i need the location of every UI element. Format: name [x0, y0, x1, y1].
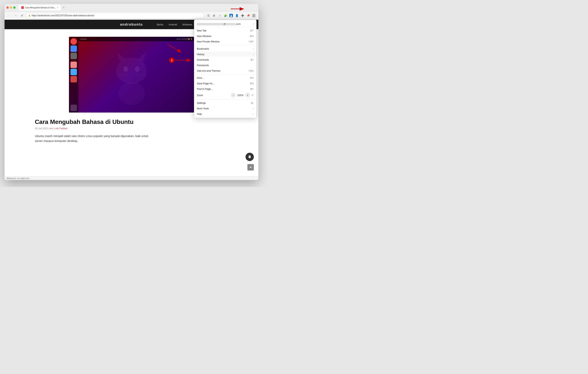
cat-silhouette — [103, 44, 160, 105]
menu-item-more-tools[interactable]: More Tools › — [194, 106, 256, 111]
pin-icon[interactable]: 📌 — [245, 13, 251, 18]
svg-point-1 — [231, 15, 232, 16]
trash-icon — [71, 53, 77, 59]
url-text: https://androbuntu.com/2021/07/20/cara-u… — [32, 14, 202, 17]
menu-separator-3 — [194, 99, 256, 99]
article-image: Activities Jul 16 19:23 ⚙ 📶 🔋 — [69, 37, 194, 113]
nav-android[interactable]: Android — [166, 20, 180, 29]
menu-item-new-tab[interactable]: New Tab ⌘T — [194, 28, 256, 33]
svg-point-9 — [124, 66, 128, 72]
app-icon-2 — [71, 69, 77, 75]
zoom-plus-button[interactable]: + — [245, 93, 250, 97]
menu-button[interactable] — [251, 13, 256, 18]
menu-item-history[interactable]: History › — [194, 52, 256, 57]
ubuntu-sidebar — [69, 37, 78, 113]
maximize-button[interactable] — [13, 6, 16, 9]
article-body: Ubuntu masih menjadi salah satu Distro L… — [35, 134, 228, 143]
zoom-controls: − 100% + ⤢ — [231, 93, 254, 97]
menu-item-passwords[interactable]: Passwords — [194, 63, 256, 68]
article-body-italic: server — [35, 139, 43, 142]
menu-item-settings[interactable]: Settings ⌘, — [194, 100, 256, 106]
zoom-value: 100% — [237, 94, 244, 97]
article-body-text: maupun komputer desktop. — [43, 139, 78, 142]
image-annotation — [166, 43, 188, 58]
extensions-icon[interactable]: 🧩 — [223, 13, 228, 18]
article-title: Cara Mengubah Bahasa di Ubuntu — [35, 118, 228, 125]
lock-icon: 🔒 — [28, 14, 31, 16]
menu-item-bookmarks[interactable]: Bookmarks › — [194, 46, 256, 52]
menu-item-print[interactable]: Print… ⌘P — [194, 75, 256, 81]
site-logo-text: androbuntu — [120, 22, 143, 26]
close-button[interactable] — [6, 6, 9, 9]
account-chevron-icon: › — [253, 23, 254, 25]
browser-window: Cara Mengubah Bahasa di Ubu... × + ← → ↺… — [5, 4, 258, 180]
svg-marker-8 — [137, 52, 147, 61]
bookmarks-chevron-icon: › — [253, 48, 254, 50]
address-bar[interactable]: 🔒 https://androbuntu.com/2021/07/20/cara… — [26, 13, 205, 18]
svg-marker-7 — [116, 52, 126, 61]
svg-line-16 — [168, 44, 181, 52]
article-author[interactable]: Loki Fadilah — [54, 127, 67, 130]
firefox-account-icon[interactable] — [229, 13, 234, 18]
traffic-lights — [6, 6, 16, 9]
menu-item-help[interactable]: Help › — [194, 111, 256, 117]
notification-bell[interactable] — [245, 153, 254, 161]
menu-account-text: @.com — [197, 22, 241, 25]
zoom-minus-button[interactable]: − — [231, 93, 235, 97]
svg-point-6 — [116, 58, 147, 84]
grid-app-icon — [71, 105, 77, 111]
menu-item-new-window[interactable]: New Window ⌘N — [194, 33, 256, 39]
star-icon[interactable]: ☆ — [217, 13, 222, 18]
nav-bar: ← → ↺ 🔒 https://androbuntu.com/2021/07/2… — [5, 11, 258, 20]
user-icon[interactable]: 👤 — [234, 13, 240, 18]
tab-favicon — [21, 6, 24, 9]
scroll-top-button[interactable] — [247, 164, 254, 171]
reader-view-icon[interactable]: ☰ — [206, 13, 211, 18]
svg-rect-3 — [252, 14, 255, 15]
minimize-button[interactable] — [10, 6, 12, 9]
files-app-icon — [71, 45, 77, 52]
menu-item-addons[interactable]: Add-ons and Themes ⇧⌘A — [194, 68, 256, 74]
article-meta: 20 Juli 2021 oleh Loki Fadilah — [35, 127, 228, 130]
zoom-label: Zoom — [197, 94, 203, 97]
status-text: Waiting for cm.mgid.com... — [6, 177, 31, 179]
reload-button[interactable]: ↺ — [19, 13, 25, 18]
toolbar-icons: ☰ ⊞ ☆ 🧩 👤 ➕ 📌 — [206, 13, 256, 18]
svg-rect-4 — [252, 15, 255, 16]
nav-windows[interactable]: Windows — [180, 20, 195, 29]
title-bar: Cara Mengubah Bahasa di Ubu... × + — [5, 4, 258, 11]
forward-button[interactable]: → — [13, 13, 18, 18]
menu-item-private-window[interactable]: New Private Window ⇧⌘P — [194, 39, 256, 44]
svg-point-10 — [135, 66, 139, 72]
nav-berita[interactable]: Berita — [154, 20, 166, 29]
more-tools-chevron-icon: › — [253, 107, 254, 110]
tab-close-button[interactable]: × — [57, 6, 58, 9]
active-tab[interactable]: Cara Mengubah Bahasa di Ubu... × — [19, 5, 61, 11]
grid-icon[interactable]: ⊞ — [211, 13, 217, 18]
article-date: 20 Juli 2021 oleh — [35, 127, 54, 130]
menu-item-downloads[interactable]: Downloads ⌘J — [194, 57, 256, 63]
tab-area: Cara Mengubah Bahasa di Ubu... × + — [19, 5, 65, 11]
back-button[interactable]: ← — [6, 13, 12, 18]
new-tab-button[interactable]: + — [62, 5, 65, 10]
help-chevron-icon: › — [253, 113, 254, 115]
site-logo: androbuntu — [120, 22, 143, 27]
menu-separator-2 — [194, 74, 256, 75]
menu-item-save[interactable]: Save Page As… ⌘S — [194, 81, 256, 86]
zoom-control: Zoom − 100% + ⤢ — [194, 92, 256, 98]
firefox-menu: @.com › New Tab ⌘T New Window ⌘N New Pri… — [194, 20, 256, 118]
history-chevron-icon: › — [253, 53, 254, 56]
ubuntu-topbar: Activities Jul 16 19:23 ⚙ 📶 🔋 — [78, 37, 194, 41]
tab-label: Cara Mengubah Bahasa di Ubu... — [25, 6, 56, 9]
zoom-expand-button[interactable]: ⤢ — [251, 94, 254, 97]
firefox-app-icon — [71, 38, 77, 45]
svg-point-15 — [118, 82, 145, 105]
add-user-icon[interactable]: ➕ — [240, 13, 245, 18]
menu-item-find[interactable]: Find In Page… ⌘F — [194, 86, 256, 92]
status-bar: Waiting for cm.mgid.com... — [5, 176, 258, 180]
app-icon-1 — [71, 62, 77, 68]
app-icon-3 — [71, 76, 77, 82]
svg-rect-5 — [252, 16, 255, 17]
menu-account-item[interactable]: @.com › — [194, 21, 256, 27]
